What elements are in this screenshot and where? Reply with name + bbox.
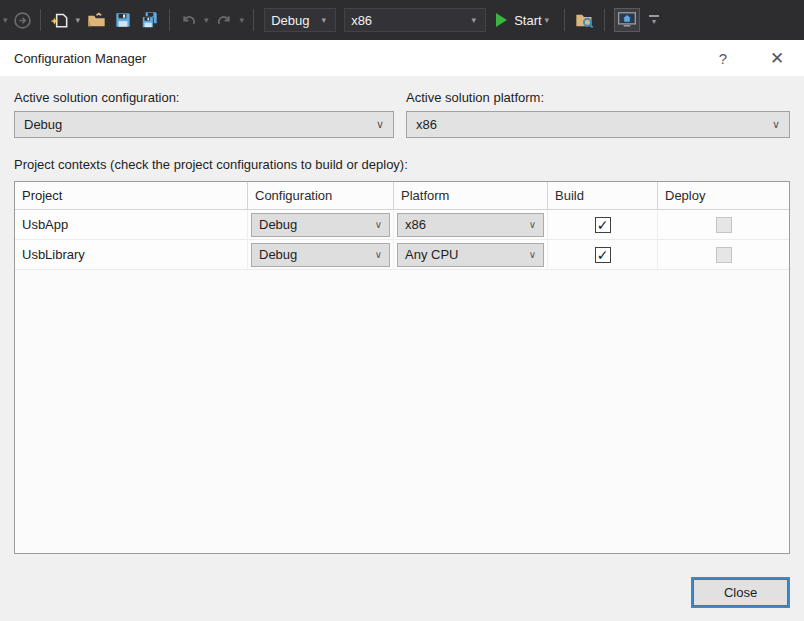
platform-cell: x86 ∨ [394,210,548,240]
chevron-down-icon[interactable]: ▾ [201,15,212,25]
active-config-dropdown[interactable]: Debug ∨ [14,111,394,138]
toolbar-separator [40,9,41,31]
navigate-forward-icon[interactable] [11,6,34,34]
help-button[interactable]: ? [710,48,736,70]
close-icon[interactable]: ✕ [764,47,790,71]
play-icon [496,13,507,27]
build-cell: ✓ [548,210,658,240]
dialog-title: Configuration Manager [0,51,146,66]
configuration-manager-dialog: Configuration Manager ? ✕ Active solutio… [0,40,804,621]
project-contexts-grid: Project Configuration Platform Build Dep… [14,181,790,554]
active-platform-dropdown[interactable]: x86 ∨ [406,111,790,138]
build-checkbox[interactable]: ✓ [595,247,611,263]
chevron-down-icon[interactable]: ▾ [237,15,248,25]
chevron-down-icon: ∨ [375,249,382,260]
deploy-checkbox [716,217,732,233]
chevron-down-icon[interactable]: ▾ [0,15,11,25]
start-label: Start [514,13,541,28]
dropdown-value: Debug [271,13,309,28]
dropdown-value: Debug [259,247,297,262]
table-row: UsbLibrary Debug ∨ Any CPU ∨ ✓ [15,240,789,270]
column-header-configuration[interactable]: Configuration [248,182,394,209]
row-configuration-dropdown[interactable]: Debug ∨ [251,243,390,267]
chevron-down-icon: ∨ [376,118,384,131]
chevron-down-icon: ∨ [529,249,536,260]
project-name-cell: UsbApp [15,210,248,240]
chevron-down-icon: ▾ [464,15,480,25]
build-checkbox[interactable]: ✓ [595,217,611,233]
project-name-cell: UsbLibrary [15,240,248,270]
row-configuration-dropdown[interactable]: Debug ∨ [251,213,390,237]
toolbar-separator [169,9,170,31]
chevron-down-icon[interactable]: ▾ [542,15,553,25]
row-platform-dropdown[interactable]: x86 ∨ [397,213,544,237]
dropdown-value: x86 [405,217,426,232]
active-config-label: Active solution configuration: [14,90,179,105]
chevron-down-icon: ∨ [529,219,536,230]
toolbar-separator [253,9,254,31]
toolbar-separator [604,9,605,31]
undo-icon[interactable] [176,6,201,34]
toolbar-separator [564,9,565,31]
save-all-icon[interactable] [136,6,163,34]
column-header-build[interactable]: Build [548,182,658,209]
platform-cell: Any CPU ∨ [394,240,548,270]
chevron-down-icon: ▾ [314,15,330,25]
deploy-cell [658,240,789,270]
grid-header-row: Project Configuration Platform Build Dep… [15,182,789,210]
open-file-icon[interactable] [83,6,110,34]
dropdown-value: Debug [24,117,62,132]
table-row: UsbApp Debug ∨ x86 ∨ ✓ [15,210,789,240]
active-platform-label: Active solution platform: [406,90,544,105]
solution-configuration-dropdown[interactable]: Debug ▾ [264,8,336,32]
configuration-cell: Debug ∨ [248,240,394,270]
row-platform-dropdown[interactable]: Any CPU ∨ [397,243,544,267]
toolbar-overflow-button[interactable]: ▾ [649,15,659,25]
find-in-files-icon[interactable] [571,6,598,34]
start-debugging-button[interactable]: Start ▾ [496,13,552,28]
chevron-down-icon: ∨ [375,219,382,230]
deploy-cell [658,210,789,240]
redo-icon[interactable] [212,6,237,34]
main-toolbar: ▾ ▾ ▾ ▾ Debug ▾ x86 [0,0,804,40]
save-icon[interactable] [110,6,136,34]
app-window: ▾ ▾ ▾ ▾ Debug ▾ x86 [0,0,804,621]
web-browser-toggle[interactable] [614,8,640,32]
column-header-project[interactable]: Project [15,182,248,209]
new-project-icon[interactable] [47,6,73,34]
dialog-titlebar: Configuration Manager ? ✕ [0,40,804,76]
project-contexts-label: Project contexts (check the project conf… [14,157,408,172]
deploy-checkbox [716,247,732,263]
chevron-down-icon[interactable]: ▾ [73,15,84,25]
chevron-down-icon: ∨ [772,118,780,131]
close-button[interactable]: Close [691,577,790,608]
build-cell: ✓ [548,240,658,270]
column-header-platform[interactable]: Platform [394,182,548,209]
dropdown-value: x86 [416,117,437,132]
dropdown-value: x86 [351,13,372,28]
solution-platform-dropdown[interactable]: x86 ▾ [344,8,486,32]
chevron-down-icon: ▾ [652,19,656,25]
configuration-cell: Debug ∨ [248,210,394,240]
dropdown-value: Debug [259,217,297,232]
dropdown-value: Any CPU [405,247,458,262]
column-header-deploy[interactable]: Deploy [658,182,789,209]
